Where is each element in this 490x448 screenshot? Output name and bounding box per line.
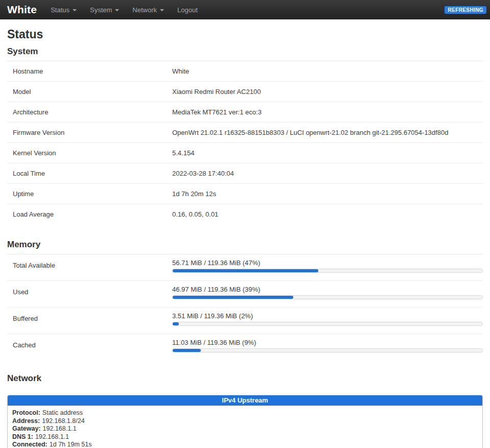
memory-row: Total Available 56.71 MiB / 119.36 MiB (… (7, 254, 483, 281)
memory-table: Total Available 56.71 MiB / 119.36 MiB (… (7, 254, 483, 360)
progress-bar (172, 295, 483, 299)
table-row: Architecture MediaTek MT7621 ver:1 eco:3 (7, 102, 483, 123)
nav-item-network[interactable]: Network (126, 0, 171, 19)
field-label: Gateway: (12, 425, 41, 432)
memory-usage-text: 3.51 MiB / 119.36 MiB (2%) (172, 312, 483, 320)
memory-row: Cached 11.03 MiB / 119.36 MiB (9%) (7, 334, 483, 360)
nav-item-logout[interactable]: Logout (171, 0, 204, 19)
nav-item-label: Network (132, 6, 157, 14)
upstream-field: Gateway:192.168.1.1 (12, 425, 478, 433)
table-row: Uptime 1d 7h 20m 12s (7, 184, 483, 204)
caret-down-icon (160, 9, 164, 11)
row-value: 2022-03-28 17:40:04 (172, 163, 483, 183)
row-label: Used (7, 281, 172, 307)
field-label: Protocol: (12, 409, 40, 416)
field-value: 192.168.1.1 (43, 425, 77, 432)
memory-usage-text: 11.03 MiB / 119.36 MiB (9%) (172, 339, 483, 346)
progress-fill (173, 322, 179, 325)
field-label: DNS 1: (12, 433, 33, 440)
upstream-field: Connected:1d 7h 19m 51s (12, 441, 478, 448)
navbar: White Status System Network Logout REFRE… (0, 0, 490, 19)
caret-down-icon (115, 9, 119, 11)
refreshing-badge[interactable]: REFRESHING (445, 6, 486, 14)
progress-fill (173, 296, 293, 299)
section-heading-memory: Memory (7, 240, 483, 254)
field-value: 1d 7h 19m 51s (50, 441, 92, 448)
row-value: Xiaomi Redmi Router AC2100 (172, 82, 483, 102)
row-label: Model (7, 82, 172, 102)
row-label: Local Time (7, 163, 172, 183)
progress-bar (172, 348, 483, 352)
system-table: Hostname White Model Xiaomi Redmi Router… (7, 61, 483, 224)
row-value: White (172, 61, 483, 81)
ipv4-upstream-box: IPv4 Upstream Protocol:Static address Ad… (7, 395, 483, 448)
table-row: Load Average 0.16, 0.05, 0.01 (7, 204, 483, 224)
page-title: Status (7, 28, 483, 41)
memory-row: Buffered 3.51 MiB / 119.36 MiB (2%) (7, 308, 483, 334)
field-value: Static address (42, 409, 83, 416)
progress-fill (173, 349, 201, 352)
memory-usage-text: 56.71 MiB / 119.36 MiB (47%) (172, 259, 483, 267)
row-label: Hostname (7, 61, 172, 81)
table-row: Model Xiaomi Redmi Router AC2100 (7, 82, 483, 102)
memory-usage-text: 46.97 MiB / 119.36 MiB (39%) (172, 286, 483, 293)
row-label: Total Available (7, 254, 172, 280)
ipv4-upstream-body: Protocol:Static address Address:192.168.… (8, 406, 482, 448)
section-heading-system: System (7, 46, 483, 61)
field-value: 192.168.1.8/24 (42, 417, 84, 425)
table-row: Kernel Version 5.4.154 (7, 143, 483, 163)
progress-fill (173, 269, 318, 272)
row-label: Cached (7, 334, 172, 360)
row-label: Load Average (7, 204, 172, 224)
nav-item-label: System (90, 6, 112, 14)
nav-item-status[interactable]: Status (44, 0, 83, 19)
row-value: 1d 7h 20m 12s (172, 184, 483, 204)
field-label: Connected: (12, 441, 48, 448)
ipv4-upstream-title: IPv4 Upstream (8, 395, 482, 406)
row-label: Firmware Version (7, 123, 172, 143)
progress-bar (172, 322, 483, 326)
upstream-field: Protocol:Static address (12, 409, 478, 417)
memory-row: Used 46.97 MiB / 119.36 MiB (39%) (7, 281, 483, 308)
row-value: 46.97 MiB / 119.36 MiB (39%) (172, 281, 483, 307)
row-value: 11.03 MiB / 119.36 MiB (9%) (172, 334, 483, 360)
row-label: Kernel Version (7, 143, 172, 163)
field-label: Address: (12, 417, 40, 425)
table-row: Firmware Version OpenWrt 21.02.1 r16325-… (7, 123, 483, 143)
row-value: 56.71 MiB / 119.36 MiB (47%) (172, 254, 483, 280)
row-value: 3.51 MiB / 119.36 MiB (2%) (172, 308, 483, 334)
upstream-field: Address:192.168.1.8/24 (12, 417, 478, 426)
section-heading-network: Network (7, 373, 483, 388)
brand-link[interactable]: White (0, 4, 44, 16)
nav-item-label: Logout (177, 6, 198, 14)
table-row: Local Time 2022-03-28 17:40:04 (7, 163, 483, 184)
upstream-field: DNS 1:192.168.1.1 (12, 433, 478, 441)
nav-item-system[interactable]: System (83, 0, 126, 19)
row-value: OpenWrt 21.02.1 r16325-88151b8303 / LuCI… (172, 123, 483, 143)
field-value: 192.168.1.1 (35, 433, 69, 440)
progress-bar (172, 269, 483, 273)
row-value: MediaTek MT7621 ver:1 eco:3 (172, 102, 483, 122)
row-value: 0.16, 0.05, 0.01 (172, 204, 483, 224)
row-label: Buffered (7, 308, 172, 334)
nav-item-label: Status (51, 6, 69, 14)
row-label: Uptime (7, 184, 172, 204)
row-label: Architecture (7, 102, 172, 122)
main-content: Status System Hostname White Model Xiaom… (0, 28, 490, 448)
caret-down-icon (73, 9, 77, 11)
table-row: Hostname White (7, 61, 483, 82)
row-value: 5.4.154 (172, 143, 483, 163)
